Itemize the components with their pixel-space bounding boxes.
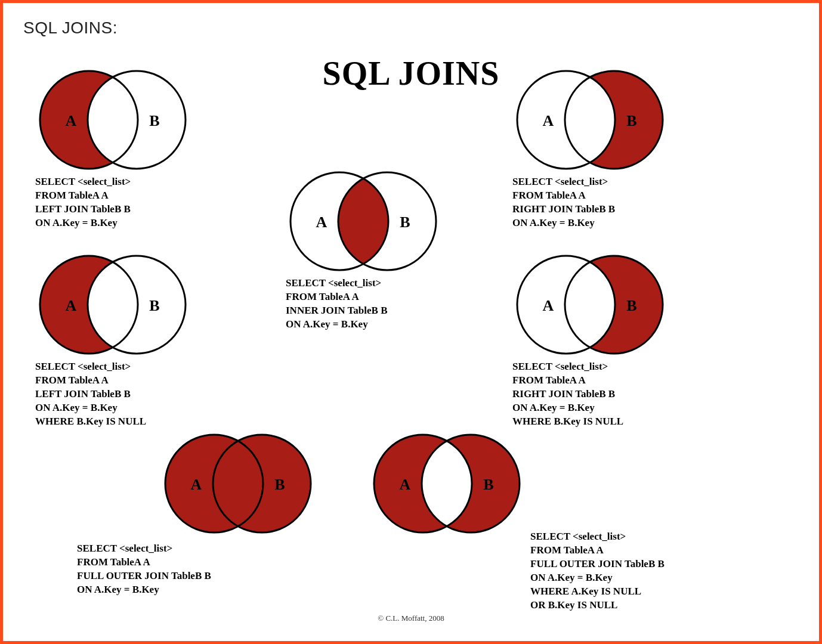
venn-left-excl-svg: A B bbox=[35, 252, 190, 357]
label-a: A bbox=[543, 297, 554, 314]
sql-right-excl: SELECT <select_list> FROM TableA A RIGHT… bbox=[512, 360, 668, 429]
sql-left-join: SELECT <select_list> FROM TableA A LEFT … bbox=[35, 175, 190, 230]
label-b: B bbox=[483, 476, 493, 493]
label-b: B bbox=[400, 213, 410, 231]
label-b: B bbox=[626, 112, 636, 129]
venn-left-join: A B SELECT <select_list> FROM TableA A L… bbox=[35, 67, 190, 230]
label-a: A bbox=[316, 213, 327, 231]
label-a: A bbox=[543, 112, 554, 129]
label-b: B bbox=[149, 112, 159, 129]
credit-line: © C.L. Moffatt, 2008 bbox=[23, 614, 799, 623]
sql-left-excl: SELECT <select_list> FROM TableA A LEFT … bbox=[35, 360, 190, 429]
sql-inner: SELECT <select_list> FROM TableA A INNER… bbox=[286, 277, 441, 332]
venn-right-join: A B SELECT <select_list> FROM TableA A R… bbox=[512, 67, 668, 230]
diagram-canvas: SQL JOINS A B SELECT <select_list> FROM … bbox=[23, 44, 799, 628]
venn-full-svg: A B bbox=[160, 431, 316, 535]
venn-full-join: A B SELECT <select_list> FROM TableA A F… bbox=[160, 431, 316, 535]
label-a: A bbox=[191, 476, 202, 493]
venn-left-join-svg: A B bbox=[35, 67, 190, 172]
label-a: A bbox=[400, 476, 411, 493]
label-b: B bbox=[149, 297, 159, 314]
sql-full: SELECT <select_list> FROM TableA A FULL … bbox=[77, 542, 211, 597]
sql-full-excl: SELECT <select_list> FROM TableA A FULL … bbox=[530, 530, 665, 612]
venn-full-excl: A B SELECT <select_list> FROM TableA A F… bbox=[369, 431, 524, 535]
venn-inner-svg: A B bbox=[286, 169, 441, 273]
sql-right-join: SELECT <select_list> FROM TableA A RIGHT… bbox=[512, 175, 668, 230]
venn-right-join-svg: A B bbox=[512, 67, 668, 172]
venn-left-excl: A B SELECT <select_list> FROM TableA A L… bbox=[35, 252, 190, 429]
venn-right-excl-svg: A B bbox=[512, 252, 668, 357]
venn-inner-join: A B SELECT <select_list> FROM TableA A I… bbox=[286, 169, 441, 332]
venn-right-excl: A B SELECT <select_list> FROM TableA A R… bbox=[512, 252, 668, 429]
label-b: B bbox=[626, 297, 636, 314]
label-a: A bbox=[66, 112, 77, 129]
sql-joins-cheatsheet: SQL JOINS: SQL JOINS A B SELECT <select_… bbox=[0, 0, 822, 644]
page-label: SQL JOINS: bbox=[23, 18, 801, 38]
label-b: B bbox=[274, 476, 285, 493]
label-a: A bbox=[66, 297, 77, 314]
venn-full-excl-svg: A B bbox=[369, 431, 524, 535]
